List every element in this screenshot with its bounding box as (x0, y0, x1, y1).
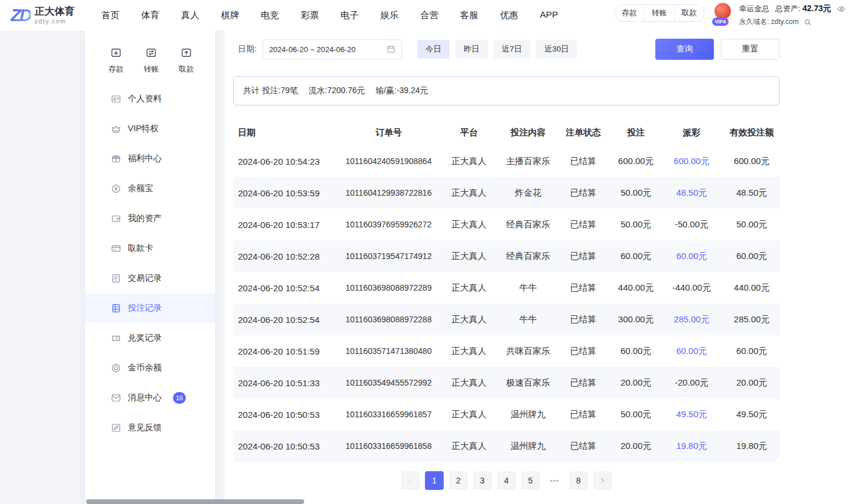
total-assets: 总资产: 42.73元 (775, 4, 831, 14)
nav-item[interactable]: 棋牌 (221, 9, 239, 22)
col-header-date: 日期 (233, 120, 342, 145)
col-header-content: 投注内容 (502, 120, 554, 145)
nav-item[interactable]: 客服 (460, 9, 478, 22)
sidebar-item[interactable]: 意见反馈 (85, 413, 215, 442)
bets-icon (111, 303, 121, 314)
assets-icon (111, 213, 121, 224)
cell-bet: 50.00元 (613, 209, 659, 240)
quick-action-deposit[interactable]: 存款 (108, 47, 124, 74)
reset-button[interactable]: 重置 (721, 39, 780, 60)
cell-status: 已结算 (554, 177, 613, 209)
page-button[interactable]: 5 (521, 471, 540, 490)
table-row[interactable]: 2024-06-20 10:53:171011603976959926272正大… (233, 209, 780, 240)
col-header-bet: 投注 (613, 120, 659, 145)
wallet-action-button[interactable]: 存款 (615, 5, 645, 21)
cell-content: 牛牛 (502, 272, 554, 304)
nav-item[interactable]: 体育 (141, 9, 159, 22)
nav-item[interactable]: 优惠 (500, 9, 518, 22)
quick-action-withdraw[interactable]: 取款 (179, 47, 194, 74)
nav-item[interactable]: 彩票 (301, 9, 319, 22)
cell-order: 1011603719547174912 (342, 240, 435, 272)
unread-count-badge: 16 (173, 392, 186, 404)
top-header: ZD 正大体育 zdty.com 首页体育真人棋牌电竞彩票电子娱乐合营客服优惠A… (0, 0, 854, 30)
cell-order: 1011604129938722816 (342, 177, 435, 209)
quick-action-label: 存款 (108, 64, 124, 74)
cell-valid: 600.00元 (724, 145, 780, 177)
range-button[interactable]: 昨日 (455, 40, 488, 59)
wallet-action-button[interactable]: 转账 (645, 5, 675, 21)
sidebar-item[interactable]: VIP特权 (85, 114, 215, 144)
date-range-value: 2024-06-20 ~ 2024-06-20 (269, 45, 356, 54)
col-header-payout: 派彩 (659, 120, 724, 145)
gift-icon (111, 154, 121, 164)
page-button[interactable]: 2 (449, 471, 468, 490)
cell-date: 2024-06-20 10:53:59 (233, 177, 342, 209)
cell-date: 2024-06-20 10:52:54 (233, 304, 342, 335)
table-row[interactable]: 2024-06-20 10:50:531011603316659961858正大… (233, 430, 780, 462)
cell-payout: 19.80元 (659, 430, 724, 462)
date-label: 日期: (238, 44, 257, 55)
cell-date: 2024-06-20 10:51:33 (233, 367, 342, 399)
table-row[interactable]: 2024-06-20 10:52:541011603698088972289正大… (233, 272, 780, 304)
nav-item[interactable]: APP (540, 9, 558, 22)
range-button[interactable]: 近7日 (494, 40, 530, 59)
table-row[interactable]: 2024-06-20 10:52:281011603719547174912正大… (233, 240, 780, 272)
message-icon (111, 393, 121, 403)
table-row[interactable]: 2024-06-20 10:51:591011603571471380480正大… (233, 335, 780, 367)
nav-item[interactable]: 真人 (181, 9, 199, 22)
page-button[interactable]: 3 (473, 471, 492, 490)
redeem-icon (111, 333, 121, 343)
range-button[interactable]: 今日 (417, 40, 450, 59)
search-icon[interactable] (804, 18, 812, 26)
sidebar-item[interactable]: 兑奖记录 (85, 323, 215, 353)
nav-item[interactable]: 电竞 (261, 9, 279, 22)
quick-action-transfer[interactable]: 转账 (144, 47, 159, 74)
nav-item[interactable]: 合营 (420, 9, 438, 22)
cell-order: 1011603976959926272 (342, 209, 435, 240)
sidebar-item[interactable]: 投注记录 (85, 293, 215, 323)
eye-icon[interactable] (837, 5, 846, 13)
wallet-action-button[interactable]: 取款 (675, 5, 704, 21)
table-row[interactable]: 2024-06-20 10:54:231011604240591908864正大… (233, 145, 780, 177)
next-page-button[interactable] (593, 471, 612, 490)
nav-item[interactable]: 娱乐 (380, 9, 399, 22)
logo-text: 正大体育 zdty.com (35, 6, 74, 25)
page-button[interactable]: 8 (569, 471, 588, 490)
cell-platform: 正大真人 (435, 240, 502, 272)
cell-valid: 49.50元 (724, 399, 780, 430)
sidebar-item-label: 余额宝 (128, 183, 154, 194)
horizontal-scrollbar[interactable] (86, 499, 304, 504)
cell-bet: 60.00元 (613, 240, 659, 272)
date-range-input[interactable]: 2024-06-20 ~ 2024-06-20 (263, 39, 402, 59)
sidebar-item[interactable]: 余额宝 (85, 173, 215, 203)
calendar-icon[interactable] (386, 45, 396, 54)
table-row[interactable]: 2024-06-20 10:50:531011603316659961857正大… (233, 399, 780, 430)
sidebar-item[interactable]: 我的资产 (85, 203, 215, 233)
summary-turnover: 流水:7200.76元 (308, 86, 365, 96)
sidebar-item[interactable]: 金币余额 (85, 353, 215, 383)
table-row[interactable]: 2024-06-20 10:51:331011603549455572992正大… (233, 367, 780, 399)
cell-platform: 正大真人 (435, 272, 502, 304)
cell-valid: 19.80元 (724, 430, 780, 462)
nav-item[interactable]: 电子 (341, 9, 359, 22)
search-button[interactable]: 查询 (655, 39, 714, 60)
nav-item[interactable]: 首页 (101, 9, 120, 22)
range-button[interactable]: 近30日 (536, 40, 577, 59)
cell-platform: 正大真人 (435, 209, 502, 240)
sidebar-item[interactable]: 福利中心 (85, 144, 215, 173)
filter-bar: 日期: 2024-06-20 ~ 2024-06-20 今日昨日近7日近30日 … (233, 39, 780, 60)
prev-page-button[interactable] (401, 471, 420, 490)
table-row[interactable]: 2024-06-20 10:53:591011604129938722816正大… (233, 177, 780, 209)
page-button[interactable]: 4 (497, 471, 516, 490)
sidebar-item[interactable]: 消息中心16 (85, 383, 215, 413)
sidebar-item[interactable]: 取款卡 (85, 233, 215, 263)
table-row[interactable]: 2024-06-20 10:52:541011603698088972288正大… (233, 304, 780, 335)
sidebar-item-label: 消息中心 (128, 392, 162, 403)
quick-action-label: 取款 (179, 64, 194, 74)
page-button[interactable]: 1 (425, 471, 444, 490)
sidebar-item[interactable]: 交易记录 (85, 263, 215, 293)
logo[interactable]: ZD 正大体育 zdty.com (11, 5, 74, 25)
savings-icon (111, 183, 121, 194)
sidebar-item[interactable]: 个人资料 (85, 84, 215, 114)
sidebar-item-label: VIP特权 (128, 123, 158, 134)
